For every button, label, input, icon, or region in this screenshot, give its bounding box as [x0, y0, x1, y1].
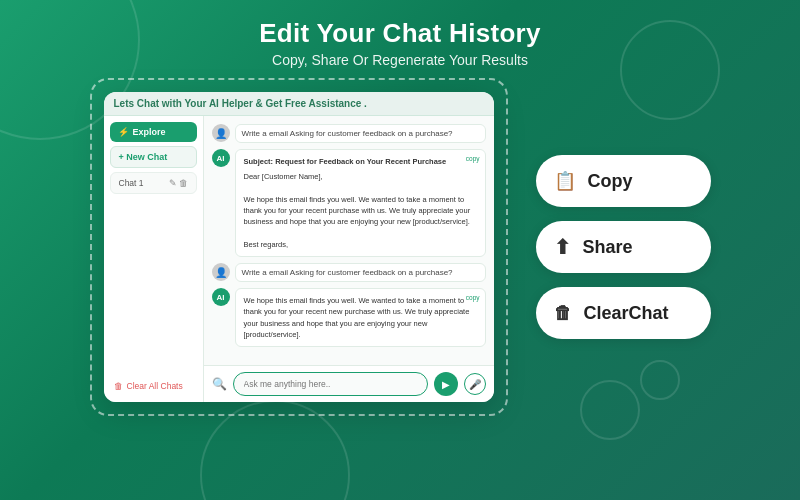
- mic-button[interactable]: 🎤: [464, 373, 486, 395]
- app-topbar: Lets Chat with Your AI Helper & Get Free…: [104, 92, 494, 116]
- chat1-label: Chat 1: [119, 178, 144, 188]
- send-button[interactable]: ▶: [434, 372, 458, 396]
- chat-messages: 👤 Write a email Asking for customer feed…: [204, 116, 494, 365]
- user-text-2: Write a email Asking for customer feedba…: [235, 263, 486, 282]
- explore-icon: ⚡: [118, 127, 129, 137]
- user-avatar-1: 👤: [212, 124, 230, 142]
- edit-icon[interactable]: ✎: [169, 178, 177, 188]
- share-icon: ⬆: [554, 235, 571, 259]
- user-avatar-2: 👤: [212, 263, 230, 281]
- msg-user-2: 👤 Write a email Asking for customer feed…: [212, 263, 486, 282]
- app-wrapper: Lets Chat with Your AI Helper & Get Free…: [90, 78, 508, 416]
- ai-copy-btn-2[interactable]: copy: [466, 293, 480, 303]
- clearchat-icon: 🗑: [554, 303, 572, 324]
- ai-bubble-1: Subject: Request for Feedback on Your Re…: [235, 149, 486, 257]
- main-content: Lets Chat with Your AI Helper & Get Free…: [0, 78, 800, 416]
- msg-ai-2: AI We hope this email finds you well. We…: [212, 288, 486, 347]
- app-window: Lets Chat with Your AI Helper & Get Free…: [104, 92, 494, 402]
- copy-icon: 📋: [554, 170, 576, 192]
- explore-label: Explore: [133, 127, 166, 137]
- share-label: Share: [583, 237, 633, 258]
- msg-user-1: 👤 Write a email Asking for customer feed…: [212, 124, 486, 143]
- ai-copy-btn-1[interactable]: copy: [466, 154, 480, 164]
- ai-subject-1: Subject: Request for Feedback on Your Re…: [244, 156, 477, 167]
- ai-avatar-1: AI: [212, 149, 230, 167]
- topbar-label: Lets Chat with Your AI Helper & Get Free…: [114, 98, 367, 109]
- ai-bubble-2: We hope this email finds you well. We wa…: [235, 288, 486, 347]
- sidebar-chat1-item[interactable]: Chat 1 ✎ 🗑: [110, 172, 197, 194]
- chat-area: 👤 Write a email Asking for customer feed…: [204, 116, 494, 402]
- share-button[interactable]: ⬆ Share: [536, 221, 711, 273]
- clear-icon: 🗑: [114, 381, 123, 391]
- msg-ai-1: AI Subject: Request for Feedback on Your…: [212, 149, 486, 257]
- user-text-1: Write a email Asking for customer feedba…: [235, 124, 486, 143]
- sidebar: ⚡ Explore + New Chat Chat 1 ✎ 🗑: [104, 116, 204, 402]
- chat1-icons: ✎ 🗑: [169, 178, 188, 188]
- clearchat-label: ClearChat: [584, 303, 669, 324]
- header-section: Edit Your Chat History Copy, Share Or Re…: [259, 0, 541, 78]
- chat-input[interactable]: [233, 372, 428, 396]
- copy-label: Copy: [588, 171, 633, 192]
- clearchat-button[interactable]: 🗑 ClearChat: [536, 287, 711, 339]
- app-body: ⚡ Explore + New Chat Chat 1 ✎ 🗑: [104, 116, 494, 402]
- ai-body-2: We hope this email finds you well. We wa…: [244, 295, 477, 340]
- copy-button[interactable]: 📋 Copy: [536, 155, 711, 207]
- new-chat-label: + New Chat: [119, 152, 168, 162]
- sidebar-explore-btn[interactable]: ⚡ Explore: [110, 122, 197, 142]
- page-subtitle: Copy, Share Or Regenerate Your Results: [259, 52, 541, 68]
- search-icon: 🔍: [212, 377, 227, 391]
- sidebar-clear-all-btn[interactable]: 🗑 Clear All Chats: [110, 376, 197, 396]
- ai-avatar-2: AI: [212, 288, 230, 306]
- ai-body-1: Dear [Customer Name], We hope this email…: [244, 171, 477, 250]
- sidebar-new-chat-btn[interactable]: + New Chat: [110, 146, 197, 168]
- clear-label: Clear All Chats: [127, 381, 183, 391]
- action-buttons: 📋 Copy ⬆ Share 🗑 ClearChat: [536, 155, 711, 339]
- delete-icon[interactable]: 🗑: [179, 178, 188, 188]
- page-title: Edit Your Chat History: [259, 18, 541, 49]
- chat-input-area: 🔍 ▶ 🎤: [204, 365, 494, 402]
